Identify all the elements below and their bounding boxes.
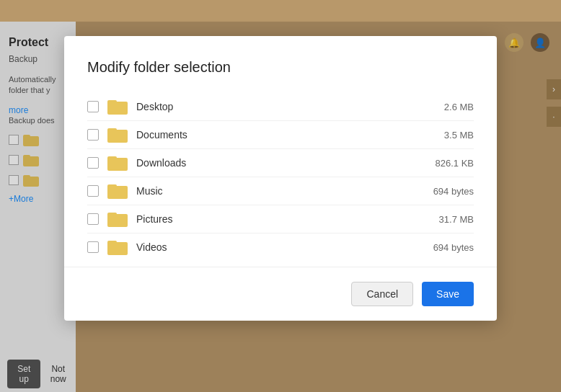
folder-item-videos: Videos 694 bytes: [87, 233, 474, 261]
checkbox-downloads[interactable]: [87, 157, 99, 169]
folder-name-pictures: Pictures: [136, 213, 407, 225]
folder-icon-music: [107, 183, 128, 199]
folder-name-desktop: Desktop: [136, 101, 407, 112]
folder-item-downloads: Downloads 826.1 KB: [87, 149, 474, 177]
folder-size-pictures: 31.7 MB: [416, 214, 474, 225]
folder-size-desktop: 2.6 MB: [416, 102, 474, 112]
folder-name-music: Music: [136, 185, 407, 197]
cancel-button[interactable]: Cancel: [351, 282, 413, 306]
checkbox-videos[interactable]: [87, 241, 99, 253]
save-button[interactable]: Save: [422, 282, 474, 306]
folder-item-music: Music 694 bytes: [87, 177, 474, 205]
folder-list: Desktop 2.6 MB Documents 3.5 MB Download…: [87, 93, 474, 261]
folder-icon-desktop: [107, 99, 128, 115]
folder-icon-pictures: [107, 211, 128, 227]
folder-icon-videos: [107, 239, 128, 255]
folder-icon-documents: [107, 127, 128, 143]
checkbox-music[interactable]: [87, 185, 99, 197]
checkbox-documents[interactable]: [87, 129, 99, 141]
folder-icon-downloads: [107, 155, 128, 171]
folder-name-downloads: Downloads: [136, 157, 407, 169]
modal-footer: Cancel Save: [64, 267, 497, 321]
folder-name-documents: Documents: [136, 129, 407, 141]
folder-size-downloads: 826.1 KB: [416, 158, 474, 169]
checkbox-pictures[interactable]: [87, 213, 99, 225]
modal-overlay: Modify folder selection Desktop 2.6 MB D…: [0, 22, 561, 392]
modal-title: Modify folder selection: [87, 59, 474, 76]
folder-item-documents: Documents 3.5 MB: [87, 121, 474, 149]
folder-size-documents: 3.5 MB: [416, 130, 474, 141]
modal-body: Modify folder selection Desktop 2.6 MB D…: [64, 36, 497, 261]
folder-size-videos: 694 bytes: [416, 242, 474, 253]
folder-item-pictures: Pictures 31.7 MB: [87, 205, 474, 233]
modify-folder-dialog: Modify folder selection Desktop 2.6 MB D…: [64, 36, 497, 321]
checkbox-desktop[interactable]: [87, 101, 99, 112]
folder-size-music: 694 bytes: [416, 186, 474, 197]
folder-name-videos: Videos: [136, 241, 407, 253]
folder-item-desktop: Desktop 2.6 MB: [87, 93, 474, 121]
